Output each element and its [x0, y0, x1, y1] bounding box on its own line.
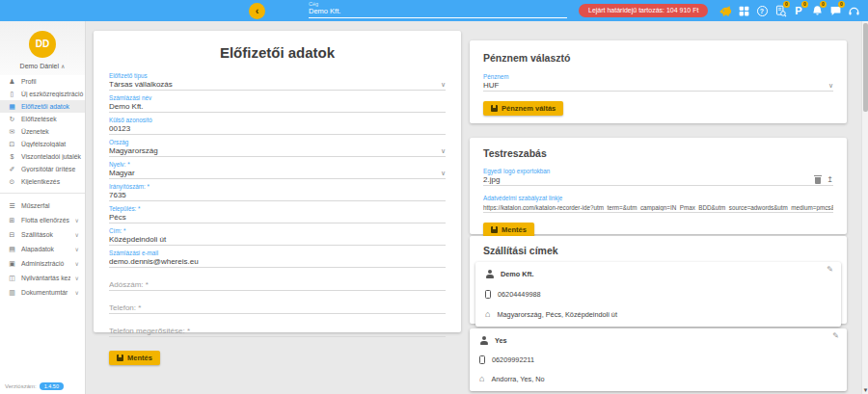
field-penznem[interactable]: Pénznem HUF ∨ — [483, 73, 833, 92]
sidebar-item-elofizetoi-adatok[interactable]: ▦ Előfizetői adatok — [0, 100, 85, 113]
upload-logo-icon[interactable]: ↥ — [827, 176, 833, 184]
edit-icon[interactable]: ✎ — [832, 331, 839, 340]
data-icon: ▤ — [8, 246, 16, 253]
person-icon — [479, 336, 488, 345]
field-nyelv[interactable]: Nyelv: * Magyar ∨ — [109, 161, 446, 179]
field-adatvedelmi-link[interactable]: Adatvédelmi szabályzat linkje https://ka… — [483, 195, 833, 213]
subscriber-data-card: Előfizetői adatok Előfizető típus Társas… — [94, 31, 461, 332]
currency-change-button-label: Pénznem váltás — [502, 104, 556, 113]
field-value: 00123 — [109, 124, 446, 133]
address-phone-row: 06209992211 — [479, 350, 837, 369]
topbar: ‹ Cég Demo Kft. Lejárt határidejű tartoz… — [0, 0, 868, 21]
chevron-down-icon: ∨ — [75, 260, 79, 267]
registry-icon: ◫ — [8, 275, 16, 282]
version-label: Verziószám: — [5, 383, 37, 389]
help-icon[interactable]: ? — [755, 4, 769, 17]
save-button[interactable]: Mentés — [109, 351, 160, 365]
field-szamlazasi-email[interactable]: Számlázási e-mail demo.dennis@whereis.eu — [109, 250, 446, 268]
sidebar-item-label: Flotta ellenőrzés — [21, 217, 70, 223]
field-placeholder: Telefon: * — [109, 303, 446, 312]
version-badge: 1.4.50 — [40, 382, 64, 390]
sidebar-item-label: Előfizetések — [21, 116, 85, 122]
field-kulso-azonosito[interactable]: Külső azonosító 00123 — [109, 117, 446, 135]
field-value: https://katalon.com/katalon-recorder-ide… — [483, 204, 833, 211]
field-value: demo.dennis@whereis.eu — [109, 257, 446, 266]
field-label: Adatvédelmi szabályzat linkje — [483, 195, 833, 202]
customization-save-button[interactable]: Mentés — [483, 223, 534, 237]
sidebar-item-viszonteladoi-jutalek[interactable]: $ Viszonteladói jutalék — [0, 150, 85, 163]
vertical-scrollbar[interactable]: ▼ — [861, 21, 868, 394]
field-cim[interactable]: Cím: * Középdeindoli út — [109, 227, 446, 246]
sidebar-item-kijelentkezes[interactable]: ⊙ Kijelentkezés — [0, 175, 85, 188]
save-icon — [117, 355, 123, 361]
avatar: DD — [29, 31, 56, 58]
sidebar-item-label: Profil — [21, 78, 85, 85]
currency-panel-title: Pénznem választó — [483, 52, 833, 64]
shipping-address-card: ✎ Demo Kft. 06204449988 ⌂ Magyarország, … — [475, 262, 841, 327]
field-label: Pénznem — [483, 73, 833, 81]
sidebar-item-ugyfelszolgalat[interactable]: ⊡ Ügyfélszolgálat — [0, 138, 85, 150]
currency-change-button[interactable]: Pénznem váltás — [483, 101, 563, 116]
piggy-bank-icon[interactable] — [719, 4, 732, 17]
sidebar: DD Demo Dániel ∧ ♟ Profil ▯ Új eszközreg… — [0, 21, 86, 394]
chevron-up-icon: ∧ — [61, 64, 65, 69]
address-phone: 06209992211 — [492, 355, 534, 364]
sidebar-item-uzenetek[interactable]: ✉ Üzenetek — [0, 125, 85, 138]
scrollbar-thumb[interactable] — [863, 23, 868, 112]
home-icon: ⌂ — [479, 375, 484, 383]
back-button[interactable]: ‹ — [249, 3, 265, 19]
field-label: Cím: * — [109, 227, 446, 235]
parking-icon[interactable]: P 0 — [792, 4, 805, 17]
field-telefon[interactable]: Telefon: * — [109, 303, 446, 314]
parking-icon-glyph: P — [795, 5, 801, 16]
sidebar-item-label: Viszonteladói jutalék — [21, 153, 85, 160]
apps-grid-icon[interactable] — [737, 4, 750, 17]
sidebar-item-muszerfal[interactable]: ☰ Műszerfal — [0, 198, 85, 213]
company-input[interactable]: Cég Demo Kft. — [309, 1, 567, 18]
sidebar-item-szallitasok[interactable]: ⊟ Szállítások ∨ — [0, 227, 85, 242]
field-value: Magyarország — [109, 146, 441, 155]
sidebar-item-label: Szállítások — [21, 231, 70, 238]
sidebar-item-alapadatok[interactable]: ▤ Alapadatok ∨ — [0, 242, 85, 256]
field-placeholder: Adószám: * — [109, 280, 446, 289]
sidebar-item-profil[interactable]: ♟ Profil — [0, 75, 85, 88]
envelope-icon: ✉ — [8, 128, 16, 136]
sidebar-item-label: Gyorsítótár ürítése — [21, 166, 85, 172]
field-telepules[interactable]: Település: * Pécs — [109, 205, 446, 223]
field-orszag[interactable]: Ország Magyarország ∨ — [109, 139, 446, 157]
edit-icon[interactable]: ✎ — [827, 265, 833, 274]
chevron-down-icon: ∨ — [75, 289, 79, 296]
field-value: Társas vállalkozás — [109, 80, 441, 89]
field-iranyitoszam[interactable]: Irányítószám: * 7635 — [109, 183, 446, 201]
sidebar-user-header[interactable]: DD Demo Dániel ∧ — [0, 21, 85, 75]
sidebar-item-elofizetesek[interactable]: ↻ Előfizetések — [0, 113, 85, 125]
back-icon: ‹ — [256, 5, 259, 16]
chevron-down-icon: ∨ — [75, 217, 79, 223]
field-telefon-megerositese[interactable]: Telefon megerősítése: * — [109, 327, 446, 337]
chat-icon[interactable]: 0 — [828, 4, 842, 17]
bell-icon[interactable]: 0 — [810, 4, 824, 17]
field-elofizeto-tipus[interactable]: Előfizető típus Társas vállalkozás ∨ — [109, 72, 446, 91]
headset-icon[interactable] — [847, 4, 860, 17]
sidebar-item-adminisztracio[interactable]: ▣ Adminisztráció ∨ — [0, 256, 85, 271]
address-phone-row: 06204449988 — [485, 284, 831, 304]
sidebar-item-flotta-ellenorzes[interactable]: ⊞ Flotta ellenőrzés ∨ — [0, 213, 85, 227]
scroll-down-icon[interactable]: ▼ — [862, 387, 868, 393]
sidebar-item-dokumentumtar[interactable]: ▥ Dokumentumtár ∨ — [0, 285, 85, 300]
delete-logo-icon[interactable] — [815, 177, 821, 184]
table-icon: ▦ — [8, 103, 16, 111]
field-label: Ország — [109, 139, 446, 146]
sidebar-item-label: Nyilvántartás kezelés — [21, 275, 70, 281]
chevron-down-icon: ∨ — [441, 81, 446, 89]
chevron-down-icon: ∨ — [441, 170, 446, 177]
field-adoszam[interactable]: Adószám: * — [109, 280, 446, 291]
field-egyedi-logo[interactable]: Egyedi logó exportokban 2.jpg ↥ — [483, 168, 833, 186]
overdue-debt-badge: Lejárt határidejű tartozás: 104 910 Ft — [579, 4, 708, 17]
document-search-icon[interactable]: 0 — [773, 4, 787, 17]
sidebar-item-uj-eszkozregisztracio[interactable]: ▯ Új eszközregisztráció — [0, 88, 85, 100]
sidebar-item-gyorsitotar-uritese[interactable]: ✐ Gyorsítótár ürítése — [0, 163, 85, 175]
field-value: Pécs — [109, 213, 446, 222]
sidebar-item-nyilvantartas-kezeles[interactable]: ◫ Nyilvántartás kezelés ∨ — [0, 271, 85, 285]
field-szamlazasi-nev[interactable]: Számlázási név Demo Kft. — [109, 94, 446, 113]
address-name-row: Demo Kft. — [485, 264, 831, 284]
